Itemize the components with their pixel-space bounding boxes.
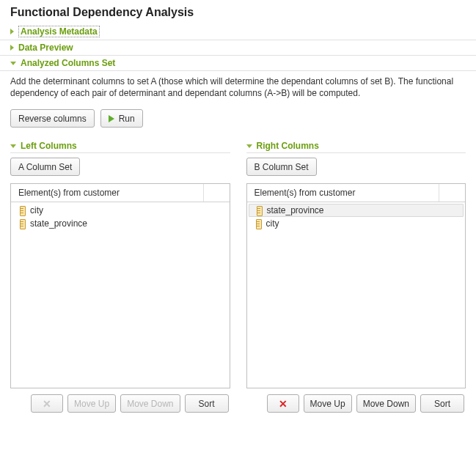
column-icon [18, 206, 26, 215]
list-item[interactable]: city [247, 217, 466, 230]
list-item-label: city [266, 218, 279, 229]
chevron-right-icon [10, 29, 14, 34]
run-label: Run [119, 114, 135, 124]
close-icon: ✕ [279, 399, 288, 409]
left-list-header: Element(s) from customer [11, 184, 203, 202]
list-item-label: state_province [30, 218, 87, 229]
close-icon: ✕ [43, 399, 51, 409]
page-title: Functional Dependency Analysis [0, 0, 476, 23]
left-sort-button[interactable]: Sort [185, 394, 229, 413]
run-button[interactable]: Run [100, 109, 143, 128]
left-columns-header[interactable]: Left Columns [10, 141, 230, 153]
move-up-label: Move Up [310, 399, 345, 409]
list-item-label: city [30, 205, 43, 215]
reverse-columns-label: Reverse columns [18, 114, 87, 124]
a-column-set-label: A Column Set [18, 162, 72, 172]
column-spacer [203, 184, 230, 202]
sort-label: Sort [434, 399, 450, 409]
move-down-label: Move Down [127, 399, 173, 409]
right-delete-button[interactable]: ✕ [267, 394, 299, 413]
chevron-down-icon [10, 144, 16, 148]
section-data-preview[interactable]: Data Preview [0, 40, 476, 56]
right-columns-header[interactable]: Right Columns [246, 141, 466, 153]
right-columns-panel: Element(s) from customer state_provincec… [246, 183, 466, 388]
left-columns-label: Left Columns [21, 141, 77, 151]
b-column-set-button[interactable]: B Column Set [246, 158, 317, 176]
right-sort-button[interactable]: Sort [420, 394, 464, 413]
section-columns-label: Analyzed Columns Set [21, 58, 115, 68]
section-preview-label: Data Preview [18, 43, 73, 53]
list-item[interactable]: city [11, 204, 230, 217]
section-description: Add the determinant columns to set A (th… [10, 75, 466, 99]
column-icon [18, 219, 26, 228]
chevron-down-icon [246, 144, 252, 148]
right-columns-label: Right Columns [257, 141, 319, 151]
right-list-header: Element(s) from customer [247, 184, 439, 202]
left-move-up-button: Move Up [67, 394, 116, 413]
b-column-set-label: B Column Set [255, 162, 309, 172]
move-down-label: Move Down [363, 399, 409, 409]
a-column-set-button[interactable]: A Column Set [10, 158, 80, 176]
chevron-down-icon [10, 62, 16, 65]
sort-label: Sort [198, 399, 214, 409]
move-up-label: Move Up [74, 399, 109, 409]
section-analyzed-columns[interactable]: Analyzed Columns Set [0, 56, 476, 71]
column-spacer [439, 184, 465, 202]
right-move-up-button[interactable]: Move Up [304, 394, 352, 413]
column-icon [255, 219, 262, 228]
section-metadata-label: Analysis Metadata [18, 26, 100, 37]
list-item[interactable]: state_province [249, 204, 464, 217]
list-item[interactable]: state_province [11, 217, 230, 230]
left-columns-panel: Element(s) from customer citystate_provi… [10, 183, 230, 388]
column-icon [255, 206, 263, 215]
reverse-columns-button[interactable]: Reverse columns [10, 109, 95, 128]
section-metadata[interactable]: Analysis Metadata [0, 23, 476, 40]
left-delete-button: ✕ [31, 394, 63, 413]
left-move-down-button: Move Down [120, 394, 180, 413]
right-move-down-button[interactable]: Move Down [356, 394, 416, 413]
list-item-label: state_province [267, 205, 324, 215]
play-icon [109, 115, 114, 122]
chevron-right-icon [10, 45, 14, 51]
